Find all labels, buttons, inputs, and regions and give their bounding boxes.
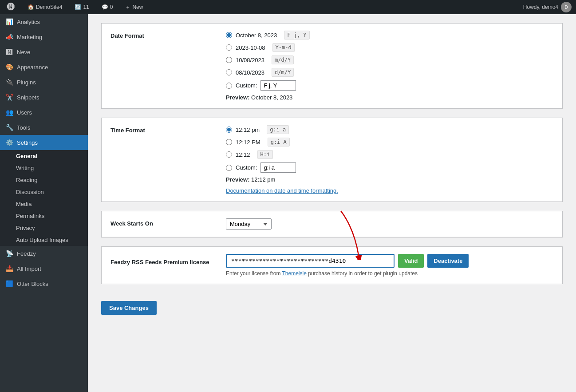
sidebar-item-label: Otter Blocks bbox=[17, 281, 48, 287]
neve-icon: 🅽 bbox=[5, 48, 13, 56]
time-option-2: 12:12 PM g:i A bbox=[226, 138, 553, 147]
date-radio-4[interactable] bbox=[226, 69, 232, 75]
week-starts-select[interactable]: Monday Tuesday Wednesday Thursday Friday… bbox=[226, 218, 272, 230]
license-wrapper: Feedzy RSS Feeds Premium license Valid D… bbox=[101, 246, 563, 284]
submenu-writing[interactable]: Writing bbox=[0, 162, 88, 174]
howdy-text: Howdy, demo4 bbox=[523, 4, 558, 10]
submenu-discussion[interactable]: Discussion bbox=[0, 186, 88, 198]
date-label-1[interactable]: October 8, 2023 bbox=[236, 32, 277, 39]
sidebar-item-settings[interactable]: ⚙️ Settings bbox=[0, 135, 88, 150]
feedzy-icon: 📡 bbox=[5, 249, 13, 257]
sidebar-item-snippets[interactable]: ✂️ Snippets bbox=[0, 90, 88, 105]
date-option-2: 2023-10-08 Y-m-d bbox=[226, 43, 553, 52]
week-starts-row: Week Starts On Monday Tuesday Wednesday … bbox=[102, 211, 562, 237]
time-format-row: Time Format 12:12 pm g:i a 12:12 PM g:i … bbox=[102, 118, 562, 202]
week-starts-label: Week Starts On bbox=[110, 218, 217, 227]
analytics-icon: 📊 bbox=[5, 18, 13, 26]
snippets-icon: ✂️ bbox=[5, 93, 13, 101]
date-format-label: Date Format bbox=[110, 31, 217, 39]
wp-logo[interactable]: 🅦 bbox=[4, 0, 18, 14]
tools-icon: 🔧 bbox=[5, 123, 13, 131]
submenu-autoupload[interactable]: Auto Upload Images bbox=[0, 234, 88, 246]
date-preview-label: Preview: bbox=[226, 94, 249, 101]
appearance-icon: 🎨 bbox=[5, 63, 13, 71]
license-hint-suffix: purchase history in order to get plugin … bbox=[308, 270, 418, 277]
submenu-general[interactable]: General bbox=[0, 150, 88, 162]
sidebar-item-allimport[interactable]: 📥 All Import bbox=[0, 261, 88, 276]
time-radio-custom[interactable] bbox=[226, 165, 232, 171]
date-code-4: d/m/Y bbox=[272, 68, 294, 77]
time-label-custom[interactable]: Custom: bbox=[236, 164, 257, 171]
sidebar-item-feedzy[interactable]: 📡 Feedzy bbox=[0, 246, 88, 261]
themeisle-link[interactable]: Themeisle bbox=[282, 270, 307, 277]
date-label-4[interactable]: 08/10/2023 bbox=[236, 69, 264, 76]
date-radio-3[interactable] bbox=[226, 57, 232, 63]
sidebar-item-label: Tools bbox=[17, 124, 30, 131]
plugins-icon: 🔌 bbox=[5, 78, 13, 86]
deactivate-button[interactable]: Deactivate bbox=[427, 254, 469, 268]
updates-icon: 🔄 bbox=[75, 4, 81, 10]
time-label-1[interactable]: 12:12 pm bbox=[236, 127, 260, 133]
time-preview-value: 12:12 pm bbox=[251, 176, 275, 183]
sidebar-item-plugins[interactable]: 🔌 Plugins bbox=[0, 75, 88, 90]
content-area: Date Format October 8, 2023 F j, Y 2023-… bbox=[88, 14, 576, 392]
new-bar-item[interactable]: ＋ New bbox=[122, 0, 146, 14]
time-format-label: Time Format bbox=[110, 125, 217, 134]
date-custom-input[interactable] bbox=[260, 80, 296, 91]
updates-bar-item[interactable]: 🔄 11 bbox=[72, 0, 91, 14]
submenu-media[interactable]: Media bbox=[0, 198, 88, 210]
sidebar-item-users[interactable]: 👥 Users bbox=[0, 105, 88, 120]
settings-submenu: General Writing Reading Discussion Media… bbox=[0, 150, 88, 246]
date-radio-1[interactable] bbox=[226, 32, 232, 38]
date-radio-custom[interactable] bbox=[226, 83, 232, 89]
sidebar-item-otterblocks[interactable]: 🟦 Otter Blocks bbox=[0, 276, 88, 291]
submenu-privacy[interactable]: Privacy bbox=[0, 222, 88, 234]
time-radio-3[interactable] bbox=[226, 151, 232, 158]
date-option-3: 10/08/2023 m/d/Y bbox=[226, 55, 553, 64]
valid-button[interactable]: Valid bbox=[398, 254, 424, 268]
license-section: Feedzy RSS Feeds Premium license Valid D… bbox=[101, 246, 563, 284]
date-preview-value: October 8, 2023 bbox=[251, 94, 292, 101]
time-label-3[interactable]: 12:12 bbox=[236, 151, 250, 158]
time-code-3: H:i bbox=[257, 150, 273, 159]
comments-bar-item[interactable]: 💬 0 bbox=[99, 0, 116, 14]
time-option-3: 12:12 H:i bbox=[226, 150, 553, 159]
doc-link[interactable]: Documentation on date and time formattin… bbox=[226, 187, 338, 194]
sidebar-item-appearance[interactable]: 🎨 Appearance bbox=[0, 59, 88, 75]
time-format-control: 12:12 pm g:i a 12:12 PM g:i A 12:12 H:i bbox=[226, 125, 553, 194]
sidebar-item-tools[interactable]: 🔧 Tools bbox=[0, 120, 88, 135]
sidebar-item-label: All Import bbox=[17, 265, 41, 272]
admin-bar: 🅦 🏠 DemoSite4 🔄 11 💬 0 ＋ New Howdy, demo… bbox=[0, 0, 576, 14]
time-option-custom: Custom: bbox=[226, 162, 553, 173]
date-label-custom[interactable]: Custom: bbox=[236, 82, 257, 89]
save-changes-button[interactable]: Save Changes bbox=[101, 301, 157, 315]
date-radio-2[interactable] bbox=[226, 44, 232, 51]
time-label-2[interactable]: 12:12 PM bbox=[236, 139, 260, 146]
sidebar-item-label: Settings bbox=[17, 139, 38, 146]
time-radio-2[interactable] bbox=[226, 139, 232, 145]
license-row: Feedzy RSS Feeds Premium license Valid D… bbox=[102, 247, 562, 284]
date-format-radio-group: October 8, 2023 F j, Y 2023-10-08 Y-m-d … bbox=[226, 31, 553, 91]
week-starts-section: Week Starts On Monday Tuesday Wednesday … bbox=[101, 211, 563, 238]
sidebar-item-marketing[interactable]: 📣 Marketing bbox=[0, 29, 88, 44]
submenu-reading[interactable]: Reading bbox=[0, 174, 88, 186]
license-input[interactable] bbox=[226, 254, 395, 268]
sidebar-item-analytics[interactable]: 📊 Analytics bbox=[0, 14, 88, 29]
submenu-permalinks[interactable]: Permalinks bbox=[0, 210, 88, 222]
time-custom-input[interactable] bbox=[260, 162, 296, 173]
license-hint: Enter your license from Themeisle purcha… bbox=[226, 270, 553, 277]
sidebar-item-label: Marketing bbox=[17, 34, 42, 40]
site-name: DemoSite4 bbox=[36, 4, 62, 10]
site-name-bar-item[interactable]: 🏠 DemoSite4 bbox=[25, 0, 65, 14]
license-label: Feedzy RSS Feeds Premium license bbox=[110, 254, 217, 266]
date-format-control: October 8, 2023 F j, Y 2023-10-08 Y-m-d … bbox=[226, 31, 553, 101]
week-starts-control: Monday Tuesday Wednesday Thursday Friday… bbox=[226, 218, 553, 230]
avatar[interactable]: D bbox=[561, 2, 572, 12]
home-icon: 🏠 bbox=[28, 4, 34, 10]
date-label-3[interactable]: 10/08/2023 bbox=[236, 57, 264, 63]
sidebar-item-label: Appearance bbox=[17, 64, 48, 71]
date-label-2[interactable]: 2023-10-08 bbox=[236, 44, 265, 51]
time-option-1: 12:12 pm g:i a bbox=[226, 125, 553, 134]
sidebar-item-neve[interactable]: 🅽 Neve bbox=[0, 44, 88, 59]
time-radio-1[interactable] bbox=[226, 127, 232, 133]
